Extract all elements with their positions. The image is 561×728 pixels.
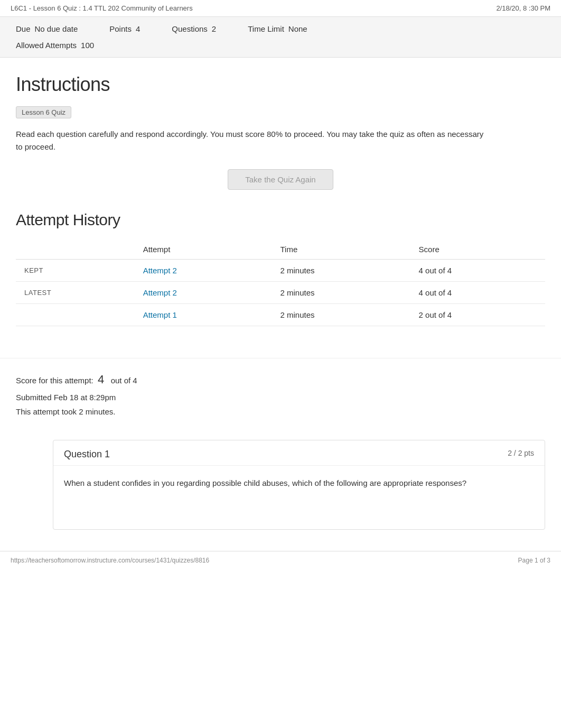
time-taken-line: This attempt took 2 minutes. [16,404,545,419]
meta-points-label: Points [109,24,132,33]
table-row: KEPT Attempt 2 2 minutes 4 out of 4 [16,260,545,282]
meta-row-2: Allowed Attempts 100 [16,41,545,50]
meta-points: Points 4 [109,24,140,33]
row3-score: 2 out of 4 [410,304,545,326]
meta-allowed-attempts: Allowed Attempts 100 [16,41,94,50]
instructions-text: Read each question carefully and respond… [16,128,491,153]
col-score: Score [410,239,545,260]
attempt2-link-kept[interactable]: Attempt 2 [143,266,177,275]
score-value: 4 [98,373,104,386]
instructions-heading: Instructions [16,73,545,96]
attempt2-link-latest[interactable]: Attempt 2 [143,288,177,297]
meta-due-value: No due date [35,24,78,33]
col-attempt: Attempt [135,239,272,260]
row3-time: 2 minutes [272,304,410,326]
top-bar: L6C1 - Lesson 6 Quiz : 1.4 TTL 202 Commu… [0,0,561,17]
score-summary: Score for this attempt: 4 out of 4 Submi… [0,358,561,429]
quiz-tag: Lesson 6 Quiz [16,106,71,118]
col-badge [16,239,135,260]
meta-bar: Due No due date Points 4 Questions 2 Tim… [0,17,561,58]
row2-attempt: Attempt 2 [135,282,272,304]
main-content: Instructions Lesson 6 Quiz Read each que… [0,58,561,358]
attempt-history-heading: Attempt History [16,211,545,229]
meta-questions: Questions 2 [172,24,216,33]
meta-due-label: Due [16,24,31,33]
top-bar-left: L6C1 - Lesson 6 Quiz : 1.4 TTL 202 Commu… [11,4,193,12]
col-time: Time [272,239,410,260]
attempt-history-table: Attempt Time Score KEPT Attempt 2 2 minu… [16,239,545,326]
row1-time: 2 minutes [272,260,410,282]
question1-pts: 2 / 2 pts [508,449,534,457]
take-quiz-btn-wrapper: Take the Quiz Again [16,169,545,190]
meta-timelimit-value: None [288,24,307,33]
attempt1-link[interactable]: Attempt 1 [143,310,177,319]
meta-questions-value: 2 [212,24,216,33]
row1-score: 4 out of 4 [410,260,545,282]
row1-attempt: Attempt 2 [135,260,272,282]
meta-timelimit-label: Time Limit [248,24,284,33]
meta-points-value: 4 [136,24,140,33]
question1-body: When a student confides in you regarding… [53,466,545,529]
score-suffix: out of 4 [111,376,137,385]
row2-badge: LATEST [16,282,135,304]
row1-badge: KEPT [16,260,135,282]
score-label: Score for this attempt: [16,376,94,385]
table-row: LATEST Attempt 2 2 minutes 4 out of 4 [16,282,545,304]
meta-questions-label: Questions [172,24,208,33]
top-bar-right: 2/18/20, 8 :30 PM [496,4,550,12]
question1-header: Question 1 2 / 2 pts [53,440,545,466]
meta-due: Due No due date [16,24,78,33]
submitted-line: Submitted Feb 18 at 8:29pm [16,390,545,404]
meta-allowed-attempts-value: 100 [81,41,94,50]
footer-page: Page 1 of 3 [518,557,550,564]
meta-allowed-attempts-label: Allowed Attempts [16,41,77,50]
footer-url: https://teachersoftomorrow.instructure.c… [11,557,209,564]
page-footer: https://teachersoftomorrow.instructure.c… [0,551,561,569]
score-line: Score for this attempt: 4 out of 4 [16,369,545,390]
row3-badge [16,304,135,326]
take-quiz-button[interactable]: Take the Quiz Again [228,169,333,190]
meta-row-1: Due No due date Points 4 Questions 2 Tim… [16,24,545,33]
row2-score: 4 out of 4 [410,282,545,304]
table-row: Attempt 1 2 minutes 2 out of 4 [16,304,545,326]
row2-time: 2 minutes [272,282,410,304]
question1-title: Question 1 [64,449,110,460]
meta-timelimit: Time Limit None [248,24,307,33]
question1-section: Question 1 2 / 2 pts When a student conf… [53,440,545,530]
row3-attempt: Attempt 1 [135,304,272,326]
